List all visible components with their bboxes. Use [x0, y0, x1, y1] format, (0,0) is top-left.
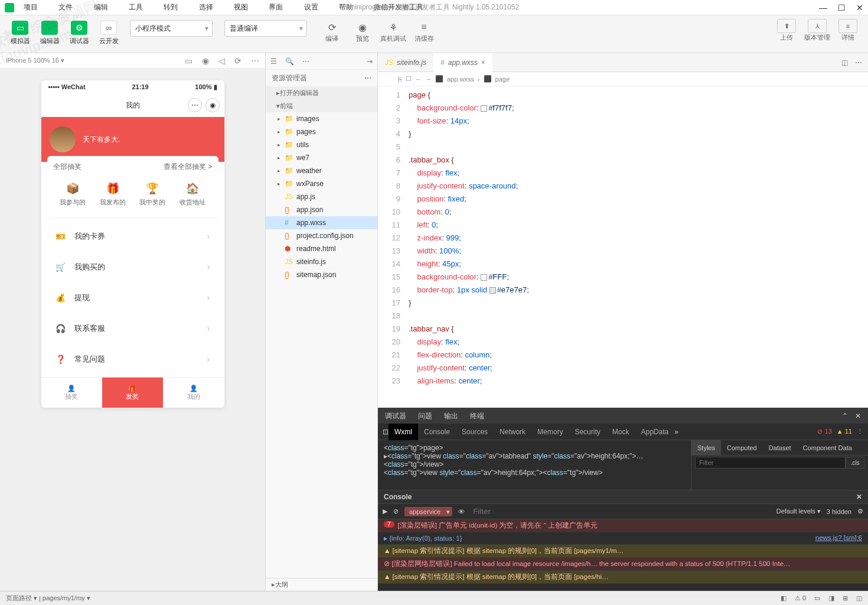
log-row[interactable]: ▸ {info: Array(0), status: 1}news.js? [s…: [378, 532, 868, 545]
styles-filter-input[interactable]: [695, 457, 846, 469]
breadcrumb-file[interactable]: app.wxss: [447, 76, 474, 83]
sb-icon[interactable]: ◫: [856, 594, 862, 602]
menu-item[interactable]: 编辑: [94, 2, 108, 12]
list-item[interactable]: 🛒我购买的: [47, 254, 218, 280]
styles-tab[interactable]: Styles: [691, 440, 721, 455]
nav-fwd-icon[interactable]: →: [425, 76, 432, 83]
log-row[interactable]: ⊘ [渲染层网络层错误] Failed to load local image …: [378, 558, 868, 571]
console-clear-icon[interactable]: ⊘: [393, 508, 399, 515]
avatar[interactable]: [50, 126, 76, 152]
mode-模拟器[interactable]: ▭模拟器: [7, 19, 33, 47]
section-open-editors[interactable]: ▸ 打开的编辑器: [266, 86, 377, 99]
tree-node[interactable]: ▸📁we7: [266, 151, 377, 164]
dt-menu-item[interactable]: 输出: [444, 411, 458, 421]
sb-icon[interactable]: ◨: [828, 594, 834, 602]
list-item[interactable]: 🎧联系客服: [47, 315, 218, 341]
explorer-more-icon[interactable]: ⋯: [364, 74, 371, 82]
tab-抽奖[interactable]: 👤抽奖: [41, 378, 102, 408]
editor-tab[interactable]: #app.wxss×: [433, 53, 492, 72]
page-path-label[interactable]: 页面路径 ▾: [6, 594, 37, 603]
action-预览[interactable]: ◉预览: [350, 20, 376, 43]
tree-node[interactable]: JSsiteinfo.js: [266, 255, 377, 268]
dom-tree[interactable]: <class="tg">page>▸<class="tg">view class…: [378, 440, 691, 490]
styles-tab[interactable]: Dataset: [763, 440, 797, 455]
sb-icon[interactable]: ◧: [781, 594, 787, 602]
tree-node[interactable]: ▸📁wxParse: [266, 177, 377, 190]
mode-dropdown[interactable]: 小程序模式: [130, 20, 213, 37]
maximize-icon[interactable]: ☐: [838, 3, 846, 12]
action-清缓存[interactable]: ≡清缓存: [411, 20, 437, 43]
log-row[interactable]: ▲ [sitemap 索引情况提示] 根据 sitemap 的规则[0]，当前页…: [378, 545, 868, 558]
grid-item[interactable]: 🎁我发布的: [100, 181, 126, 207]
history-icon[interactable]: ⎘: [398, 76, 402, 83]
back-icon[interactable]: ◁: [218, 56, 225, 66]
page-route[interactable]: pages/my1/my ▾: [43, 594, 90, 602]
action-编译[interactable]: ⟳编译: [319, 20, 345, 43]
console-filter-input[interactable]: [471, 507, 770, 516]
breadcrumb-selector[interactable]: page: [495, 76, 510, 83]
dt-tab-AppData[interactable]: AppData: [635, 424, 674, 440]
dt-tab-Security[interactable]: Security: [569, 424, 606, 440]
capsule-close-icon[interactable]: ◉: [205, 98, 220, 112]
sb-icon[interactable]: ▭: [814, 594, 820, 602]
editor-tab[interactable]: JSsiteinfo.js: [378, 53, 433, 72]
grid-item[interactable]: 🏆我中奖的: [139, 181, 165, 207]
menu-item[interactable]: 界面: [269, 2, 283, 12]
more-icon[interactable]: ⋯: [302, 57, 309, 66]
menu-item[interactable]: 选择: [199, 2, 213, 12]
console-settings-icon[interactable]: ⚙: [857, 508, 863, 515]
dt-tab-Memory[interactable]: Memory: [531, 424, 569, 440]
hidden-count[interactable]: 3 hidden: [827, 508, 851, 515]
collapse-icon[interactable]: ⇥: [367, 57, 373, 66]
warning-count[interactable]: ▲ 11: [837, 428, 852, 435]
bookmark-icon[interactable]: ☐: [406, 75, 412, 83]
dt-tab-Wxml[interactable]: Wxml: [389, 424, 418, 440]
dt-menu-item[interactable]: 问题: [418, 411, 432, 421]
dt-tab-Network[interactable]: Network: [494, 424, 531, 440]
chevron-up-icon[interactable]: ⌃: [842, 412, 848, 420]
tool-版本管理[interactable]: ⅄版本管理: [804, 19, 830, 42]
menu-item[interactable]: 设置: [304, 2, 318, 12]
action-真机调试[interactable]: ⚘真机调试: [380, 20, 406, 43]
menu-item[interactable]: 文件: [58, 2, 73, 12]
list-item[interactable]: 💰提现: [47, 285, 218, 311]
grid-item[interactable]: 📦我参与的: [60, 181, 86, 207]
more-icon[interactable]: ⋯: [855, 58, 862, 67]
compile-dropdown[interactable]: 普通编译: [224, 20, 307, 37]
capsule-menu-icon[interactable]: ⋯: [188, 98, 202, 112]
eye-icon[interactable]: 👁: [458, 508, 465, 515]
levels-dropdown[interactable]: Default levels ▾: [776, 508, 821, 515]
settings-icon[interactable]: ⋮: [857, 428, 863, 435]
sb-icon[interactable]: ⚠ 0: [795, 594, 806, 602]
nav-back-icon[interactable]: ←: [415, 76, 422, 83]
mode-调试器[interactable]: ⚙调试器: [66, 19, 92, 47]
tree-node[interactable]: {}app.json: [266, 203, 377, 216]
dt-tab-Mock[interactable]: Mock: [606, 424, 635, 440]
tab-发奖[interactable]: 🎁发奖: [102, 378, 163, 408]
list-item[interactable]: ❓常见问题: [47, 346, 218, 372]
tree-node[interactable]: #app.wxss: [266, 216, 377, 229]
card-more-link[interactable]: 查看全部抽奖 >: [164, 162, 212, 172]
tree-node[interactable]: JSapp.js: [266, 190, 377, 203]
dt-menu-item[interactable]: 调试器: [385, 411, 406, 421]
mode-云开发[interactable]: ∞云开发: [96, 19, 122, 47]
dt-menu-item[interactable]: 终端: [470, 411, 484, 421]
dt-tab-Console[interactable]: Console: [418, 424, 456, 440]
log-row[interactable]: ▲ [sitemap 索引情况提示] 根据 sitemap 的规则[0]，当前页…: [378, 571, 868, 584]
tree-node[interactable]: ⬢readme.html: [266, 242, 377, 255]
menu-item[interactable]: 项目: [24, 2, 38, 12]
log-row[interactable]: 7[渲染层错误] 广告单元 id(unit-id) 为空，请先在 '' 上创建广…: [378, 519, 868, 532]
device-selector[interactable]: iPhone 5 100% 16 ▾: [6, 57, 64, 64]
tree-node[interactable]: {}project.config.json: [266, 229, 377, 242]
dt-tab-Sources[interactable]: Sources: [456, 424, 494, 440]
tool-上传[interactable]: ⬆上传: [774, 19, 800, 42]
tab-我的[interactable]: 👤我的: [163, 378, 224, 408]
tree-node[interactable]: ▸📁utils: [266, 138, 377, 151]
menu-item[interactable]: 视图: [234, 2, 248, 12]
styles-tab[interactable]: Component Data: [797, 440, 858, 455]
close-icon[interactable]: ✕: [855, 412, 861, 420]
minimize-icon[interactable]: —: [819, 3, 827, 12]
list-icon[interactable]: ☰: [270, 57, 277, 66]
console-close-icon[interactable]: ✕: [856, 493, 862, 501]
grid-item[interactable]: 🏠收货地址: [180, 181, 205, 207]
